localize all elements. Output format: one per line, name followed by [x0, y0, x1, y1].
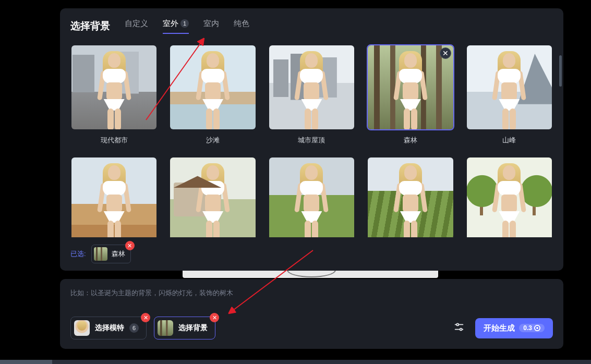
bg-card-grass[interactable]	[268, 156, 355, 237]
bg-card-label: 现代都市	[70, 136, 158, 145]
remove-model-icon[interactable]: ✕	[141, 313, 150, 322]
selected-chip[interactable]: 森林 ✕	[91, 245, 131, 263]
remove-selected-icon[interactable]: ✕	[125, 241, 135, 250]
bottom-bar: 比如：以圣诞为主题的背景，闪烁的灯光，装饰的树木 选择模特 6 ✕ 选择背景 ✕…	[60, 279, 563, 349]
panel-title: 选择背景	[70, 19, 110, 33]
bg-card-label: 山峰	[466, 136, 553, 145]
bg-card-vine[interactable]	[367, 156, 454, 237]
bg-card-beach[interactable]: 沙滩	[169, 44, 256, 145]
bg-card-desert[interactable]	[70, 156, 158, 237]
bg-card-peak[interactable]: 山峰	[466, 44, 553, 145]
bg-card-label: 沙滩	[169, 136, 256, 145]
bg-card-forest[interactable]: ✕森林	[367, 44, 454, 145]
selected-label: 已选:	[70, 249, 86, 259]
model-pill-thumb	[74, 320, 90, 336]
settings-icon[interactable]	[450, 318, 468, 338]
remove-bg-icon[interactable]: ✕	[210, 313, 219, 322]
bg-pill-thumb	[158, 320, 173, 336]
bg-card-label: 城市屋顶	[268, 136, 355, 145]
panel-header: 选择背景 自定义室外1室内纯色	[70, 19, 553, 33]
model-count-badge: 6	[129, 323, 139, 333]
scrollbar[interactable]	[559, 55, 562, 87]
tab-3[interactable]: 纯色	[234, 19, 249, 33]
svg-point-1	[457, 323, 459, 325]
prompt-hint: 比如：以圣诞为主题的背景，闪烁的灯光，装饰的树木	[70, 288, 553, 298]
bg-card-farm[interactable]	[169, 156, 256, 237]
footer-strip	[0, 360, 591, 364]
bg-card-city[interactable]: 现代都市	[70, 44, 158, 145]
bottom-row: 选择模特 6 ✕ 选择背景 ✕ 开始生成 0.3	[70, 317, 553, 339]
selected-chip-thumb	[94, 247, 107, 261]
background-grid: 现代都市沙滩城市屋顶✕森林山峰	[70, 44, 553, 237]
selected-row: 已选: 森林 ✕	[70, 245, 553, 263]
tab-1[interactable]: 室外1	[163, 19, 189, 33]
svg-point-3	[460, 329, 462, 331]
deselect-icon[interactable]: ✕	[440, 47, 451, 59]
selected-chip-label: 森林	[112, 249, 125, 259]
bg-card-label: 森林	[367, 136, 454, 145]
model-pill-label: 选择模特	[95, 323, 124, 333]
bg-card-roof[interactable]: 城市屋顶	[268, 44, 355, 145]
background-picker-panel: 选择背景 自定义室外1室内纯色 现代都市沙滩城市屋顶✕森林山峰 已选: 森林 ✕	[60, 8, 563, 271]
tab-0[interactable]: 自定义	[125, 19, 148, 33]
generate-button[interactable]: 开始生成 0.3	[475, 318, 553, 338]
generate-label: 开始生成	[484, 323, 515, 333]
select-background-pill[interactable]: 选择背景 ✕	[154, 317, 215, 339]
bg-pill-label: 选择背景	[178, 323, 208, 333]
bg-card-park[interactable]	[466, 156, 553, 237]
generate-cost: 0.3	[519, 324, 545, 332]
select-model-pill[interactable]: 选择模特 6 ✕	[70, 317, 147, 339]
coin-icon	[534, 325, 540, 331]
tab-2[interactable]: 室内	[203, 19, 219, 33]
tab-bar: 自定义室外1室内纯色	[125, 19, 249, 33]
tab-badge: 1	[180, 19, 189, 28]
